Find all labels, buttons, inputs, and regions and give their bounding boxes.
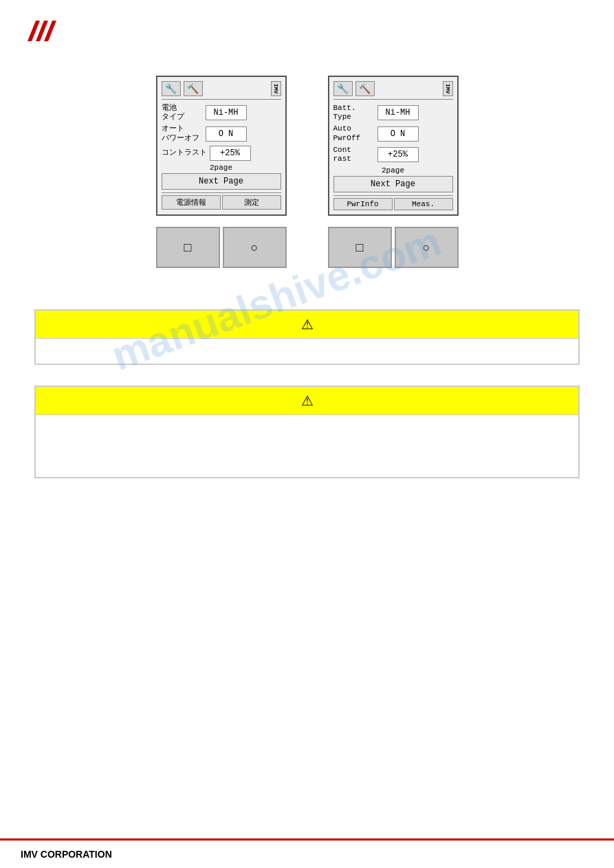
hammer-icon-en: 🔨 (355, 81, 375, 96)
contrast-row-en: Contrast +25% (333, 146, 453, 164)
footer-company-name: IMV CORPORATION (21, 849, 112, 860)
auto-row-en: AutoPwrOff O N (333, 124, 453, 142)
batt-value-en: Ni-MH (377, 105, 419, 120)
next-page-button-en[interactable]: Next Page (333, 176, 453, 192)
wrench-icon-ja: 🔧 (162, 81, 181, 96)
warning-box-1: ⚠ (34, 309, 580, 365)
buttons-row: □ ○ □ ○ (21, 227, 593, 268)
contrast-value-ja: +25% (210, 146, 251, 161)
next-page-button-ja[interactable]: Next Page (162, 173, 281, 190)
pwrinfo-button-ja[interactable]: 電源情報 (162, 195, 221, 210)
meas-button-ja[interactable]: 測定 (222, 195, 281, 210)
imv-label-ja: IMV (271, 81, 281, 96)
meas-button-en[interactable]: Meas. (394, 198, 453, 210)
screen-header-en: 🔧 🔨 IMV (333, 81, 453, 100)
warning-section: ⚠ ⚠ (21, 309, 593, 478)
hw-buttons-ja: □ ○ (156, 227, 287, 268)
japanese-screen: 🔧 🔨 IMV 電池タイプ Ni-MH オートパワーオフ O N コントラスト … (156, 76, 287, 216)
page-footer: IMV CORPORATION (0, 838, 614, 868)
auto-value-ja: O N (206, 126, 247, 142)
batt-label-ja: 電池タイプ (162, 104, 203, 122)
contrast-value-en: +25% (377, 147, 419, 162)
hw-square-button-ja[interactable]: □ (156, 227, 220, 268)
batt-row-ja: 電池タイプ Ni-MH (162, 104, 281, 122)
imv-logo (21, 14, 76, 48)
page-label-ja: 2page (162, 164, 281, 172)
contrast-label-en: Contrast (333, 146, 375, 164)
auto-label-ja: オートパワーオフ (162, 124, 203, 142)
warning-body-1 (36, 339, 578, 364)
hw-circle-button-ja[interactable]: ○ (223, 227, 287, 268)
auto-value-en: O N (377, 126, 419, 142)
warning-icon-1: ⚠ (301, 316, 314, 333)
batt-label-en: Batt.Type (333, 104, 375, 122)
wrench-icon-en: 🔧 (333, 81, 353, 96)
logo-area (21, 14, 76, 51)
warning-header-2: ⚠ (36, 387, 578, 415)
english-screen: 🔧 🔨 IMV Batt.Type Ni-MH AutoPwrOff O N C… (328, 76, 459, 216)
screen-footer-en: PwrInfo Meas. (333, 195, 453, 210)
warning-box-2: ⚠ (34, 386, 580, 478)
auto-label-en: AutoPwrOff (333, 124, 375, 142)
hammer-icon-ja: 🔨 (184, 81, 203, 96)
page-label-en: 2page (333, 166, 453, 175)
auto-row-ja: オートパワーオフ O N (162, 124, 281, 142)
batt-value-ja: Ni-MH (206, 105, 247, 120)
pwrinfo-button-en[interactable]: PwrInfo (333, 198, 393, 210)
warning-header-1: ⚠ (36, 311, 578, 339)
batt-row-en: Batt.Type Ni-MH (333, 104, 453, 122)
hw-square-button-en[interactable]: □ (328, 227, 392, 268)
warning-icon-2: ⚠ (301, 392, 314, 409)
hw-buttons-en: □ ○ (328, 227, 459, 268)
main-content: 🔧 🔨 IMV 電池タイプ Ni-MH オートパワーオフ O N コントラスト … (0, 0, 614, 478)
hw-circle-button-en[interactable]: ○ (395, 227, 459, 268)
warning-body-2 (36, 415, 578, 477)
imv-label-en: IMV (443, 81, 453, 96)
screens-row: 🔧 🔨 IMV 電池タイプ Ni-MH オートパワーオフ O N コントラスト … (21, 76, 593, 216)
contrast-row-ja: コントラスト +25% (162, 146, 281, 161)
screen-footer-ja: 電源情報 測定 (162, 192, 281, 210)
contrast-label-ja: コントラスト (162, 148, 207, 157)
screen-header-ja: 🔧 🔨 IMV (162, 81, 281, 100)
